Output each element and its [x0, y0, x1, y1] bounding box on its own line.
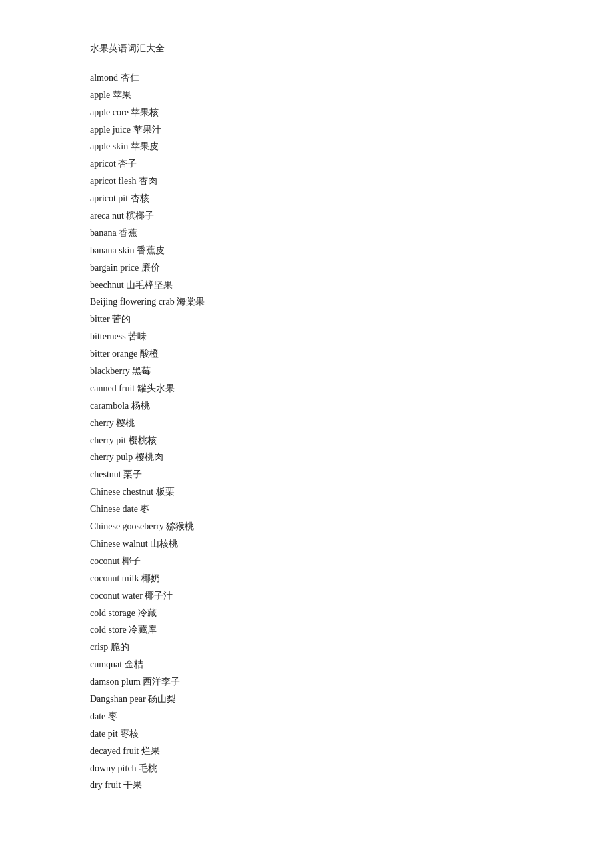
word-english: apple skin: [90, 141, 131, 151]
word-chinese: 砀山梨: [148, 694, 176, 704]
word-english: downy pitch: [90, 763, 139, 773]
list-item: Chinese walnut 山核桃: [90, 535, 523, 553]
word-chinese: 槟榔子: [126, 211, 154, 221]
list-item: banana 香蕉: [90, 225, 523, 242]
list-item: coconut 椰子: [90, 553, 523, 570]
word-chinese: 罐头水果: [137, 383, 175, 393]
list-item: cherry 樱桃: [90, 415, 523, 432]
word-english: chestnut: [90, 469, 123, 479]
word-chinese: 西洋李子: [143, 677, 180, 687]
word-english: cherry pulp: [90, 452, 135, 462]
word-english: carambola: [90, 401, 131, 411]
word-chinese: 冷藏: [138, 608, 157, 618]
word-english: Chinese walnut: [90, 539, 150, 549]
word-english: banana: [90, 228, 119, 238]
list-item: cold store 冷藏库: [90, 621, 523, 639]
word-chinese: 脆的: [111, 642, 129, 652]
word-english: apple juice: [90, 125, 133, 135]
word-english: apricot flesh: [90, 176, 139, 186]
list-item: bitter 苦的: [90, 311, 523, 328]
list-item: decayed fruit 烂果: [90, 743, 523, 760]
word-english: coconut milk: [90, 573, 141, 583]
word-chinese: 杨桃: [131, 401, 150, 411]
word-chinese: 猕猴桃: [166, 521, 194, 531]
list-item: dry fruit 干果: [90, 777, 523, 794]
word-chinese: 樱桃肉: [135, 452, 163, 462]
word-english: cold storage: [90, 608, 138, 618]
word-english: crisp: [90, 642, 111, 652]
word-english: bitter: [90, 314, 112, 324]
word-chinese: 樱桃核: [129, 435, 157, 445]
list-item: bitterness 苦味: [90, 328, 523, 345]
list-item: apple core 苹果核: [90, 104, 523, 121]
word-english: date: [90, 711, 108, 721]
word-english: areca nut: [90, 211, 126, 221]
word-english: Dangshan pear: [90, 694, 148, 704]
word-chinese: 廉价: [141, 263, 160, 273]
word-chinese: 毛桃: [139, 763, 157, 773]
word-chinese: 椰子: [122, 556, 141, 566]
list-item: crisp 脆的: [90, 639, 523, 656]
word-english: date pit: [90, 729, 120, 739]
list-item: banana skin 香蕉皮: [90, 242, 523, 259]
word-chinese: 枣: [108, 711, 117, 721]
word-chinese: 香蕉: [119, 228, 137, 238]
word-english: apple core: [90, 107, 131, 117]
word-english: decayed fruit: [90, 746, 141, 756]
word-english: blackberry: [90, 366, 132, 376]
word-chinese: 椰奶: [141, 573, 160, 583]
list-item: date pit 枣核: [90, 725, 523, 743]
word-chinese: 冷藏库: [129, 625, 157, 635]
word-english: cherry: [90, 418, 116, 428]
list-item: almond 杏仁: [90, 69, 523, 87]
word-chinese: 山毛榉坚果: [126, 280, 173, 290]
word-chinese: 枣: [140, 504, 149, 514]
page-title: 水果英语词汇大全: [90, 40, 523, 57]
word-english: canned fruit: [90, 383, 137, 393]
list-item: bargain price 廉价: [90, 259, 523, 277]
word-english: coconut water: [90, 591, 145, 601]
word-chinese: 金桔: [125, 659, 143, 669]
word-chinese: 香蕉皮: [137, 245, 165, 255]
list-item: cherry pit 樱桃核: [90, 432, 523, 449]
word-english: banana skin: [90, 245, 137, 255]
word-chinese: 苹果皮: [131, 141, 159, 151]
list-item: beechnut 山毛榉坚果: [90, 277, 523, 294]
list-item: downy pitch 毛桃: [90, 760, 523, 777]
word-chinese: 板栗: [156, 487, 175, 497]
word-chinese: 杏肉: [139, 176, 157, 186]
list-item: cumquat 金桔: [90, 656, 523, 673]
word-english: cherry pit: [90, 435, 129, 445]
word-english: bitter orange: [90, 349, 140, 359]
word-chinese: 苹果汁: [133, 125, 161, 135]
word-chinese: 苦的: [112, 314, 131, 324]
word-english: beechnut: [90, 280, 126, 290]
list-item: Dangshan pear 砀山梨: [90, 691, 523, 708]
word-list: almond 杏仁apple 苹果apple core 苹果核apple jui…: [90, 69, 523, 794]
word-chinese: 酸橙: [140, 349, 159, 359]
word-english: cold store: [90, 625, 129, 635]
list-item: damson plum 西洋李子: [90, 673, 523, 691]
word-english: dry fruit: [90, 780, 123, 790]
list-item: coconut water 椰子汁: [90, 587, 523, 605]
word-chinese: 杏仁: [121, 73, 139, 83]
word-chinese: 樱桃: [116, 418, 135, 428]
word-english: almond: [90, 73, 121, 83]
word-chinese: 山核桃: [150, 539, 178, 549]
word-english: apple: [90, 90, 113, 100]
list-item: apple skin 苹果皮: [90, 138, 523, 155]
word-english: damson plum: [90, 677, 143, 687]
word-chinese: 枣核: [120, 729, 139, 739]
list-item: coconut milk 椰奶: [90, 570, 523, 587]
list-item: blackberry 黑莓: [90, 363, 523, 380]
word-chinese: 栗子: [123, 469, 142, 479]
word-chinese: 苹果: [113, 90, 131, 100]
list-item: apricot 杏子: [90, 155, 523, 173]
list-item: bitter orange 酸橙: [90, 345, 523, 363]
list-item: areca nut 槟榔子: [90, 207, 523, 225]
list-item: date 枣: [90, 708, 523, 725]
list-item: carambola 杨桃: [90, 397, 523, 415]
word-english: coconut: [90, 556, 122, 566]
list-item: cherry pulp 樱桃肉: [90, 449, 523, 466]
word-chinese: 海棠果: [177, 297, 205, 307]
